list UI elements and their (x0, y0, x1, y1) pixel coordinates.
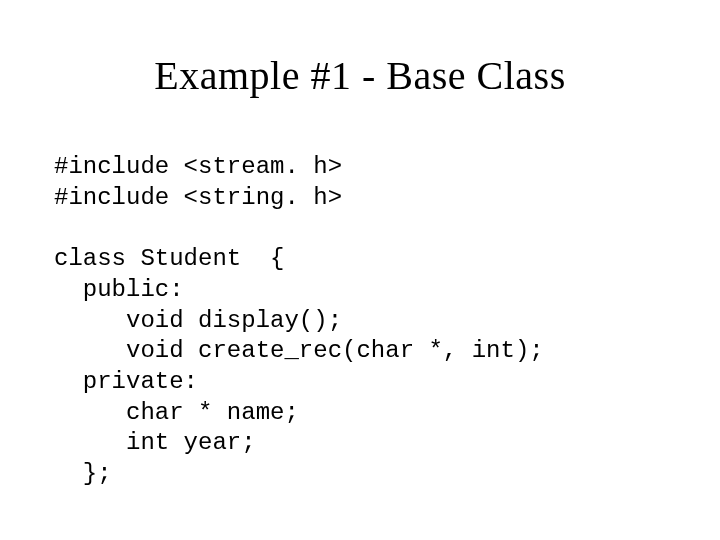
code-line: class Student { (54, 245, 284, 272)
code-line: int year; (54, 429, 256, 456)
code-line: void display(); (54, 307, 342, 334)
code-line: #include <stream. h> (54, 153, 342, 180)
slide-title: Example #1 - Base Class (0, 52, 720, 99)
code-line: private: (54, 368, 198, 395)
code-line: char * name; (54, 399, 299, 426)
code-line: #include <string. h> (54, 184, 342, 211)
code-line: }; (54, 460, 112, 487)
code-line: public: (54, 276, 184, 303)
code-block: #include <stream. h> #include <string. h… (54, 152, 544, 490)
slide: Example #1 - Base Class #include <stream… (0, 0, 720, 540)
code-line: void create_rec(char *, int); (54, 337, 544, 364)
